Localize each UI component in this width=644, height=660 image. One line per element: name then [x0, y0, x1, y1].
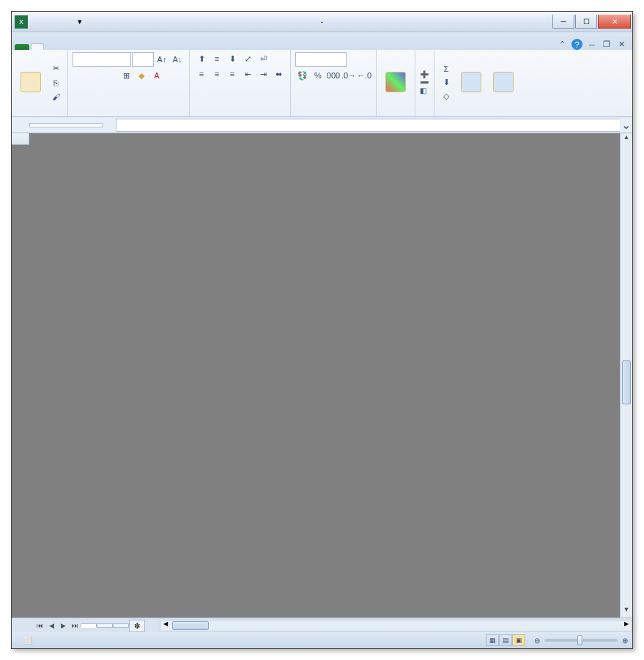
- tab-review[interactable]: [91, 44, 103, 50]
- font-color-icon[interactable]: A: [149, 69, 164, 82]
- indent-inc-icon[interactable]: ⇥: [256, 67, 270, 81]
- italic-button[interactable]: [88, 69, 103, 82]
- tab-home[interactable]: [31, 43, 44, 50]
- doc-restore-icon[interactable]: ❐: [602, 40, 612, 50]
- tab-nav-next-icon[interactable]: ▶: [57, 620, 69, 631]
- indent-dec-icon[interactable]: ⇤: [240, 67, 255, 81]
- redo-icon[interactable]: [59, 15, 72, 29]
- fill-color-icon[interactable]: ◆: [134, 69, 149, 82]
- tab-formulas[interactable]: [67, 44, 79, 50]
- excel-icon[interactable]: X: [15, 15, 28, 29]
- sheet-tab-3[interactable]: [113, 623, 129, 628]
- view-pagebreak-icon[interactable]: ▣: [512, 634, 525, 646]
- scroll-down-icon[interactable]: ▼: [621, 606, 632, 618]
- sort-filter-icon: [461, 72, 481, 92]
- fill-icon[interactable]: ⬇: [439, 76, 454, 89]
- ribbon: ✂ ⎘ 🖌 A↑ A↓ ⊞ ◆: [12, 50, 632, 117]
- expand-formula-icon[interactable]: ⌄: [620, 118, 632, 132]
- horizontal-scrollbar[interactable]: ◀ ▶: [160, 620, 632, 631]
- font-size-select[interactable]: [132, 52, 154, 67]
- wrap-text-icon[interactable]: ⏎: [256, 52, 270, 65]
- border-icon[interactable]: ⊞: [119, 69, 133, 82]
- save-icon[interactable]: [29, 15, 42, 29]
- delete-cells-icon[interactable]: ➖: [420, 78, 429, 86]
- group-font: A↑ A↓ ⊞ ◆ A: [68, 50, 190, 116]
- insert-cells-icon[interactable]: ➕: [420, 70, 429, 78]
- sort-filter-button[interactable]: [456, 52, 486, 113]
- orientation-icon[interactable]: ⤢: [240, 52, 255, 65]
- minimize-button[interactable]: ─: [552, 15, 574, 29]
- close-button[interactable]: ✕: [598, 15, 631, 29]
- format-cells-icon[interactable]: ◧: [420, 86, 426, 94]
- tab-nav-first-icon[interactable]: ⏮: [34, 620, 45, 631]
- tab-foxit[interactable]: [138, 44, 149, 50]
- bold-button[interactable]: [73, 69, 87, 82]
- zoom-thumb[interactable]: [577, 635, 582, 645]
- decimal-inc-icon[interactable]: .0→: [341, 69, 356, 82]
- group-styles: [377, 50, 415, 116]
- percent-icon[interactable]: %: [311, 69, 325, 82]
- select-all-button[interactable]: [12, 133, 29, 144]
- sheet-tab-1[interactable]: [81, 623, 97, 628]
- hscroll-left-icon[interactable]: ◀: [160, 620, 171, 631]
- align-top-icon[interactable]: ⬆: [194, 52, 209, 65]
- hscroll-thumb[interactable]: [172, 621, 209, 630]
- tab-layout[interactable]: [56, 44, 67, 50]
- tab-nav-last-icon[interactable]: ⏭: [69, 620, 81, 631]
- qat-customize-icon[interactable]: ▾: [73, 15, 86, 29]
- new-sheet-icon[interactable]: ✼: [129, 620, 145, 632]
- gray-area: [29, 133, 620, 618]
- autosum-icon[interactable]: Σ: [439, 62, 454, 75]
- align-center-icon[interactable]: ≡: [210, 67, 224, 81]
- decimal-dec-icon[interactable]: ←.0: [357, 69, 371, 82]
- minimize-ribbon-icon[interactable]: ⌃: [557, 40, 567, 50]
- formula-input[interactable]: [116, 119, 620, 132]
- zoom-in-icon[interactable]: ⊕: [622, 637, 628, 645]
- number-format-select[interactable]: [295, 52, 347, 67]
- vertical-scrollbar[interactable]: ▲ ▼: [620, 133, 632, 618]
- tab-abbyy[interactable]: [149, 44, 161, 50]
- merge-icon[interactable]: ⬌: [271, 67, 286, 81]
- shrink-font-icon[interactable]: A↓: [170, 53, 185, 66]
- tab-insert[interactable]: [44, 44, 56, 50]
- clear-icon[interactable]: ◇: [439, 90, 454, 103]
- font-name-select[interactable]: [73, 52, 131, 67]
- tab-nav-prev-icon[interactable]: ◀: [45, 620, 57, 631]
- view-layout-icon[interactable]: ▤: [499, 634, 512, 646]
- tab-file[interactable]: [15, 44, 29, 50]
- group-label: [439, 113, 518, 114]
- grow-font-icon[interactable]: A↑: [155, 53, 169, 66]
- tab-view[interactable]: [103, 44, 114, 50]
- copy-icon[interactable]: ⎘: [48, 76, 63, 89]
- align-right-icon[interactable]: ≡: [225, 67, 240, 81]
- styles-button[interactable]: [381, 52, 410, 113]
- align-bottom-icon[interactable]: ⬇: [225, 52, 240, 65]
- tab-dev[interactable]: [114, 44, 126, 50]
- name-box[interactable]: [29, 123, 103, 127]
- group-label: [420, 113, 429, 114]
- help-icon[interactable]: ?: [571, 39, 582, 50]
- tab-addins[interactable]: [126, 44, 138, 50]
- tab-data[interactable]: [79, 44, 91, 50]
- undo-icon[interactable]: [44, 15, 57, 29]
- scroll-thumb[interactable]: [622, 360, 631, 404]
- scroll-up-icon[interactable]: ▲: [621, 133, 632, 145]
- maximize-button[interactable]: ☐: [575, 15, 597, 29]
- macro-record-icon[interactable]: ⬜: [23, 637, 32, 645]
- find-select-button[interactable]: [489, 52, 518, 113]
- zoom-out-icon[interactable]: ⊖: [534, 637, 540, 645]
- align-left-icon[interactable]: ≡: [194, 67, 209, 81]
- cut-icon[interactable]: ✂: [48, 62, 63, 75]
- doc-close-icon[interactable]: ✕: [616, 40, 626, 50]
- zoom-slider[interactable]: [544, 639, 618, 642]
- comma-icon[interactable]: 000: [326, 69, 341, 82]
- doc-minimize-icon[interactable]: ─: [587, 40, 597, 50]
- paste-button[interactable]: [16, 52, 45, 113]
- format-painter-icon[interactable]: 🖌: [48, 90, 63, 103]
- align-middle-icon[interactable]: ≡: [210, 52, 224, 65]
- sheet-tab-2[interactable]: [97, 623, 113, 628]
- view-normal-icon[interactable]: ▦: [486, 634, 499, 646]
- currency-icon[interactable]: 💱: [295, 69, 310, 82]
- hscroll-right-icon[interactable]: ▶: [621, 620, 632, 631]
- underline-button[interactable]: [103, 69, 118, 82]
